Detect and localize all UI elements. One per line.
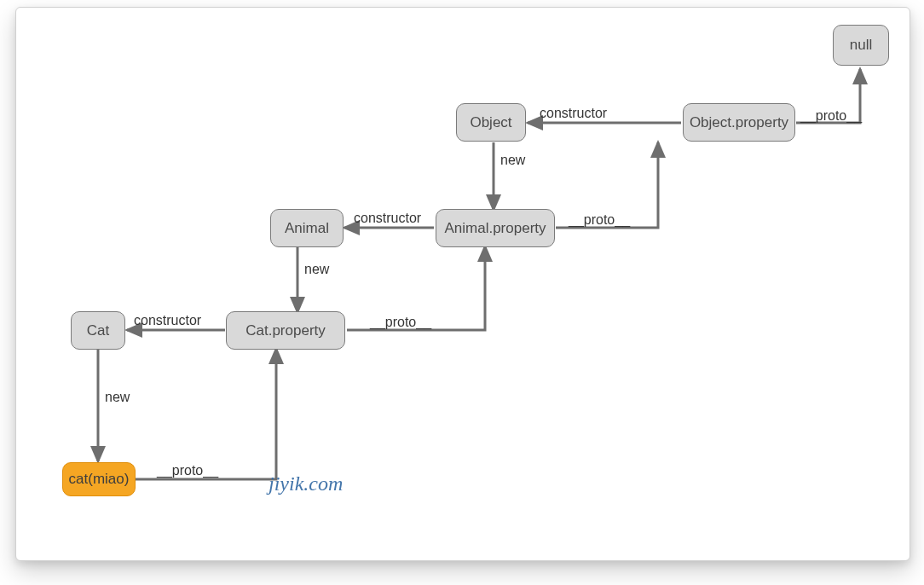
edge-label-new-cat: new [105, 390, 130, 405]
edge-label-proto-object: __proto__ [569, 212, 630, 228]
edge-label-new-object: new [500, 153, 525, 168]
edge-label-proto-null: __proto__ [800, 108, 862, 124]
watermark-text: jiyik.com [269, 472, 343, 495]
node-cat-property: Cat.property [226, 311, 345, 350]
node-cat-property-label: Cat.property [245, 322, 326, 339]
node-object-property-label: Object.property [690, 114, 788, 131]
node-animal-property: Animal.property [436, 209, 555, 247]
node-object: Object [456, 103, 526, 142]
edge-label-constructor-cat: constructor [134, 313, 201, 328]
node-cat-instance: cat(miao) [62, 462, 136, 496]
node-null-label: null [850, 37, 872, 54]
node-cat-instance-label: cat(miao) [69, 471, 130, 488]
node-animal: Animal [270, 209, 344, 247]
edge-label-new-animal: new [304, 262, 329, 277]
node-animal-property-label: Animal.property [444, 220, 546, 237]
edge-label-constructor-animal: constructor [354, 211, 421, 226]
node-null: null [833, 25, 889, 66]
edge-label-proto-cat: __proto__ [157, 463, 218, 478]
diagram-canvas: null Object Object.property Animal Anima… [15, 7, 910, 561]
edge-label-constructor-object: constructor [540, 106, 607, 121]
node-cat-label: Cat [87, 322, 109, 339]
node-cat: Cat [71, 311, 125, 350]
edge-label-proto-animal: __proto__ [370, 315, 431, 330]
node-object-label: Object [470, 114, 511, 131]
node-object-property: Object.property [683, 103, 795, 142]
node-animal-label: Animal [285, 220, 329, 237]
arrows-layer [16, 8, 910, 560]
